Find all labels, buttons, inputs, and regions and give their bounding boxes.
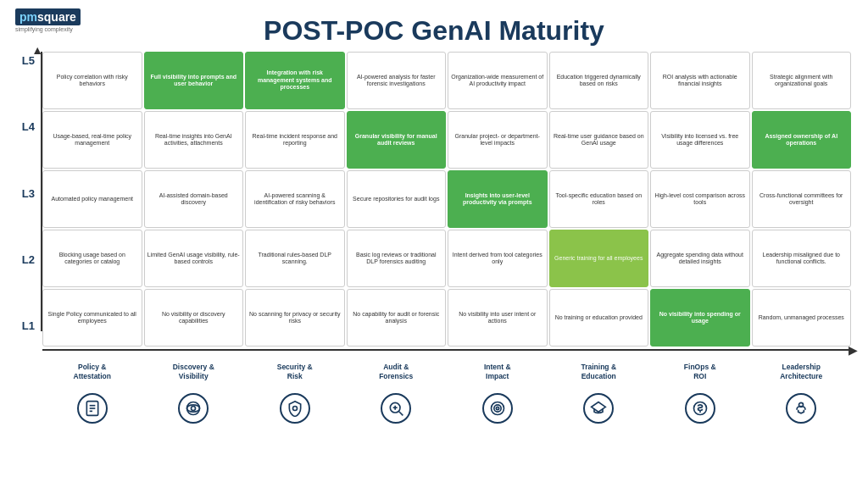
grid-rows: Policy correlation with risky behaviors … <box>42 52 851 347</box>
cell-l4-col2: Real-time insights into GenAI activities… <box>144 111 244 169</box>
cell-l4-col4: Granular visibility for manual audit rev… <box>347 111 447 169</box>
cell-l3-col3: AI-powered scanning & identification of … <box>245 170 345 228</box>
icon-cell-8 <box>752 393 852 424</box>
cell-l3-col4: Secure repositories for audit logs <box>347 170 447 228</box>
policy-icon <box>77 393 108 424</box>
cell-l2-col8: Leadership misaligned due to functional … <box>752 230 852 287</box>
col-header-4: Audit &Forensics <box>347 354 447 390</box>
content-area: ▲ L5 L4 L3 L2 L1 Policy correlation with… <box>17 52 851 424</box>
cell-l5-col1: Policy correlation with risky behaviors <box>42 52 142 109</box>
cell-l3-col2: AI-assisted domain-based discovery <box>144 170 244 228</box>
discovery-icon <box>178 393 209 424</box>
svg-point-5 <box>187 402 200 415</box>
icon-cell-4 <box>347 393 447 424</box>
cell-l3-col5: Insights into user-level productivity vi… <box>448 170 548 228</box>
col-header-5: Intent &Impact <box>448 354 548 390</box>
y-axis: ▲ L5 L4 L3 L2 L1 <box>17 52 42 382</box>
cell-l3-col8: Cross-functional committees for oversigh… <box>752 170 852 228</box>
row-l4: Usage-based, real-time policy management… <box>42 111 851 169</box>
svg-point-7 <box>292 407 297 411</box>
svg-line-9 <box>399 412 403 416</box>
finops-icon <box>685 393 715 424</box>
icon-cell-6 <box>549 393 649 424</box>
cell-l1-col4: No capability for audit or forensic anal… <box>347 289 447 347</box>
logo-wrap: pmsquare simplifying complexity <box>15 8 81 32</box>
training-icon <box>583 393 614 424</box>
column-headers: Policy &Attestation Discovery &Visibilit… <box>42 354 851 390</box>
logo-pm-text: pmsquare <box>15 8 81 25</box>
svg-point-6 <box>192 407 196 411</box>
logo-tagline: simplifying complexity <box>15 26 81 32</box>
cell-l3-col1: Automated policy management <box>42 170 142 228</box>
col-header-2: Discovery &Visibility <box>144 354 244 390</box>
level-l2: L2 <box>22 254 39 265</box>
logo-area: pmsquare simplifying complexity <box>15 8 81 32</box>
logo: pmsquare <box>15 8 81 25</box>
svg-point-13 <box>494 405 501 412</box>
cell-l3-col6: Tool-specific education based on roles <box>549 170 649 228</box>
col-header-7: FinOps &ROI <box>650 354 750 390</box>
row-l2: Blocking usage based on categories or ca… <box>42 230 851 287</box>
cell-l2-col4: Basic log reviews or traditional DLP for… <box>347 230 447 287</box>
grid-area: Policy correlation with risky behaviors … <box>42 52 851 424</box>
cell-l5-col4: AI-powered analysis for faster forensic … <box>347 52 447 109</box>
cell-l5-col3: Integration with risk management systems… <box>245 52 345 109</box>
cell-l1-col5: No visibility into user intent or action… <box>448 289 548 347</box>
cell-l4-col3: Real-time incident response and reportin… <box>245 111 345 169</box>
cell-l4-col6: Real-time user guidance based on GenAI u… <box>549 111 649 169</box>
cell-l1-col6: No training or education provided <box>549 289 649 347</box>
cell-l1-col3: No scanning for privacy or security risk… <box>245 289 345 347</box>
svg-point-16 <box>799 402 804 407</box>
cell-l1-col8: Random, unmanaged processes <box>752 289 852 347</box>
cell-l4-col1: Usage-based, real-time policy management <box>42 111 142 169</box>
page-title: POST-POC GenAI Maturity <box>17 8 851 47</box>
icon-cell-5 <box>448 393 548 424</box>
level-l1: L1 <box>22 320 39 331</box>
row-l1: Single Policy communicated to all employ… <box>42 289 851 347</box>
cell-l4-col5: Granular project- or department-level im… <box>448 111 548 169</box>
cell-l3-col7: High-level cost comparison across tools <box>650 170 750 228</box>
x-axis <box>42 349 851 351</box>
main-container: pmsquare simplifying complexity POST-POC… <box>0 0 868 488</box>
svg-point-14 <box>496 407 498 409</box>
col-header-6: Training &Education <box>549 354 649 390</box>
cell-l1-col1: Single Policy communicated to all employ… <box>42 289 142 347</box>
level-l3: L3 <box>22 188 39 199</box>
cell-l2-col6: Generic training for all employees <box>549 230 649 287</box>
cell-l5-col8: Strategic alignment with organizational … <box>752 52 852 109</box>
level-l4: L4 <box>22 121 39 132</box>
cell-l2-col7: Aggregate spending data without detailed… <box>650 230 750 287</box>
cell-l4-col8: Assigned ownership of AI operations <box>752 111 852 169</box>
cell-l4-col7: Visibility into licensed vs. free usage … <box>650 111 750 169</box>
leadership-icon <box>786 393 816 424</box>
cell-l5-col7: ROI analysis with actionable financial i… <box>650 52 750 109</box>
logo-pm-accent: pm <box>19 10 37 24</box>
cell-l5-col2: Full visibility into prompts and user be… <box>144 52 244 109</box>
cell-l2-col1: Blocking usage based on categories or ca… <box>42 230 142 287</box>
icons-row <box>42 393 851 424</box>
cell-l2-col2: Limited GenAI usage visibility, rule-bas… <box>144 230 244 287</box>
audit-icon <box>381 393 411 424</box>
row-l5: Policy correlation with risky behaviors … <box>42 52 851 109</box>
security-icon <box>280 393 310 424</box>
cell-l2-col5: Intent derived from tool categories only <box>448 230 548 287</box>
icon-cell-7 <box>650 393 750 424</box>
col-header-3: Security &Risk <box>245 354 345 390</box>
col-header-1: Policy &Attestation <box>42 354 142 390</box>
col-header-8: LeadershipArchitecture <box>752 354 852 390</box>
icon-cell-1 <box>42 393 142 424</box>
y-axis-arrow: ▲ <box>31 43 43 57</box>
row-l3: Automated policy management AI-assisted … <box>42 170 851 228</box>
svg-point-12 <box>491 402 504 415</box>
cell-l1-col7: No visibility into spending or usage <box>650 289 750 347</box>
cell-l1-col2: No visibility or discovery capabilities <box>144 289 244 347</box>
cell-l2-col3: Traditional rules-based DLP scanning. <box>245 230 345 287</box>
intent-icon <box>482 393 513 424</box>
icon-cell-3 <box>245 393 345 424</box>
cell-l5-col6: Education triggered dynamically based on… <box>549 52 649 109</box>
icon-cell-2 <box>144 393 244 424</box>
cell-l5-col5: Organization-wide measurement of AI prod… <box>448 52 548 109</box>
